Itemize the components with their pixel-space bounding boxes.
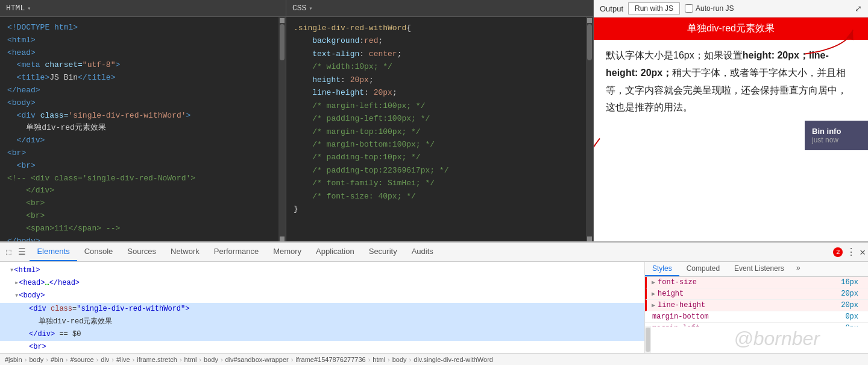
autorun-label: Auto-run JS — [685, 4, 734, 13]
html-line: <body> — [7, 97, 271, 110]
style-val-margin-left: 0px — [725, 324, 863, 326]
bin-info: Bin info just now — [805, 121, 868, 150]
select-icon[interactable]: ☰ — [14, 244, 30, 259]
bc-html[interactable]: html — [184, 356, 197, 363]
autorun-checkbox[interactable] — [685, 4, 693, 13]
styles-tab-computed[interactable]: Computed — [679, 262, 727, 276]
html-line: </body> — [7, 235, 271, 241]
css-line: /* margin-bottom:100px; */ — [294, 138, 579, 151]
html-line: 单独div-red元素效果 — [7, 122, 271, 135]
bc-body3[interactable]: body — [392, 356, 407, 363]
style-row-line-height: ▶ line-height 20px — [645, 300, 868, 311]
bc-iframe-stretch[interactable]: iframe.stretch — [137, 356, 177, 363]
html-line: <!DOCTYPE html> — [7, 22, 271, 34]
html-dropdown-icon[interactable]: ▾ — [27, 5, 31, 12]
devtools-bottom: ⬚ ☰ Elements Console Sources Network Per… — [0, 241, 868, 365]
inspect-icon[interactable]: ⬚ — [2, 244, 14, 259]
bc-div-class[interactable]: div.single-div-red-withWord — [414, 356, 493, 363]
tab-performance[interactable]: Performance — [207, 243, 266, 261]
css-scrollbar[interactable] — [586, 17, 593, 241]
css-line: background:red; — [294, 34, 579, 47]
style-val-line-height: 20px — [730, 301, 863, 309]
bc-bin[interactable]: #bin — [51, 356, 63, 363]
tree-item-div-text[interactable]: 单独div-red元素效果 — [0, 316, 644, 328]
style-prop-margin-bottom: margin-bottom — [652, 313, 725, 321]
style-row-margin-bottom: margin-bottom 0px — [645, 311, 868, 323]
styles-tab-event-listeners[interactable]: Event Listeners — [727, 262, 791, 276]
tab-console[interactable]: Console — [77, 243, 121, 261]
bc-html2[interactable]: html — [373, 356, 385, 363]
html-line: <div class='single-div-red-withWord'> — [7, 110, 271, 122]
style-prop-margin-left: margin-left — [652, 324, 725, 326]
tab-security[interactable]: Security — [362, 243, 404, 261]
styles-panel: Styles Computed Event Listeners » ▶ font… — [645, 262, 868, 353]
css-line: /* padding-left:100px; */ — [294, 112, 579, 125]
styles-content: ▶ font-size 16px ▶ height 20px ▶ line-he… — [645, 277, 868, 326]
editor-area: HTML ▾ <!DOCTYPE html> <html> <head> <me… — [0, 0, 868, 241]
more-icon[interactable]: ⋮ — [846, 246, 856, 258]
css-line: /* font-family: SimHei; */ — [294, 177, 579, 189]
css-dropdown-icon[interactable]: ▾ — [309, 5, 312, 12]
tree-item-br1[interactable]: <br> — [0, 341, 644, 353]
html-line: <br> — [7, 197, 271, 210]
close-icon[interactable]: ✕ — [860, 246, 866, 258]
css-scroll-thumb[interactable] — [587, 24, 592, 60]
style-arrow-font-size: ▶ — [652, 279, 655, 286]
styles-tab-more[interactable]: » — [791, 262, 805, 276]
tab-sources[interactable]: Sources — [120, 243, 163, 261]
bin-info-subtitle: just now — [812, 136, 861, 144]
html-line: <span>111</span> --> — [7, 223, 271, 235]
run-with-js-button[interactable]: Run with JS — [628, 2, 680, 14]
html-line: </div> — [7, 135, 271, 147]
html-line: <meta charset="utf-8"> — [7, 59, 271, 72]
tree-item-body[interactable]: ▾<body> — [0, 290, 644, 302]
css-line: /* margin-left:100px; */ — [294, 100, 579, 112]
tab-network[interactable]: Network — [163, 243, 207, 261]
style-arrow-line-height: ▶ — [652, 302, 655, 309]
html-line: <html> — [7, 34, 271, 47]
css-line: /* padding-top:22369617px; */ — [294, 164, 579, 177]
styles-tabs: Styles Computed Event Listeners » — [645, 262, 868, 277]
css-line: /* margin-top:100px; */ — [294, 125, 579, 138]
css-line: line-height: 20px; — [294, 86, 579, 99]
bc-jsbin[interactable]: #jsbin — [5, 356, 22, 363]
styles-scrollbar[interactable] — [645, 326, 651, 353]
style-row-font-size: ▶ font-size 16px — [645, 277, 868, 288]
styles-scroll-thumb[interactable] — [646, 328, 650, 352]
bc-div[interactable]: div — [101, 356, 109, 363]
tab-application[interactable]: Application — [309, 243, 362, 261]
bc-live[interactable]: #live — [116, 356, 130, 363]
styles-tab-styles[interactable]: Styles — [645, 262, 679, 276]
bc-body2[interactable]: body — [204, 356, 218, 363]
css-line: } — [294, 203, 579, 215]
elements-tree[interactable]: ▾<html> ▸<head>…</head> ▾<body> <div cla… — [0, 262, 645, 353]
html-code-content[interactable]: <!DOCTYPE html> <html> <head> <meta char… — [0, 17, 278, 241]
tree-item-div-close[interactable]: </div> == $0 — [0, 328, 644, 341]
tab-elements[interactable]: Elements — [30, 243, 77, 261]
html-panel-header[interactable]: HTML ▾ — [0, 0, 286, 17]
css-panel-header[interactable]: CSS ▾ — [286, 0, 593, 17]
tree-item-div[interactable]: <div class="single-div-red-withWord"> — [0, 303, 644, 316]
html-scrollbar[interactable] — [278, 17, 286, 241]
tree-item-head[interactable]: ▸<head>…</head> — [0, 277, 644, 290]
red-bar: 单独div-red元素效果 — [594, 17, 868, 40]
tree-item-html[interactable]: ▾<html> — [0, 264, 644, 277]
expand-icon[interactable]: ⤢ — [855, 4, 862, 14]
tab-memory[interactable]: Memory — [266, 243, 309, 261]
style-row-height: ▶ height 20px — [645, 288, 868, 300]
style-row-margin-left: margin-left 0px — [645, 323, 868, 326]
style-prop-height: height — [658, 290, 730, 298]
css-code-content[interactable]: .single-div-red-withWord{ background:red… — [286, 17, 586, 241]
devtools-tabs: ⬚ ☰ Elements Console Sources Network Per… — [0, 243, 868, 262]
style-val-height: 20px — [730, 290, 863, 298]
tab-audits[interactable]: Audits — [404, 243, 441, 261]
css-line: /* font-size: 40px; */ — [294, 190, 579, 203]
html-line: <!-- <div class='single-div-red-NoWord'> — [7, 173, 271, 185]
bc-source[interactable]: #source — [70, 356, 93, 363]
bc-sandbox-wrapper[interactable]: div#sandbox-wrapper — [225, 356, 289, 363]
html-line: </head> — [7, 84, 271, 97]
style-val-margin-bottom: 0px — [725, 313, 863, 321]
html-scroll-thumb[interactable] — [280, 24, 285, 60]
bc-iframe-id[interactable]: iframe#1547876277736 — [295, 356, 365, 363]
bc-body[interactable]: body — [29, 356, 43, 363]
